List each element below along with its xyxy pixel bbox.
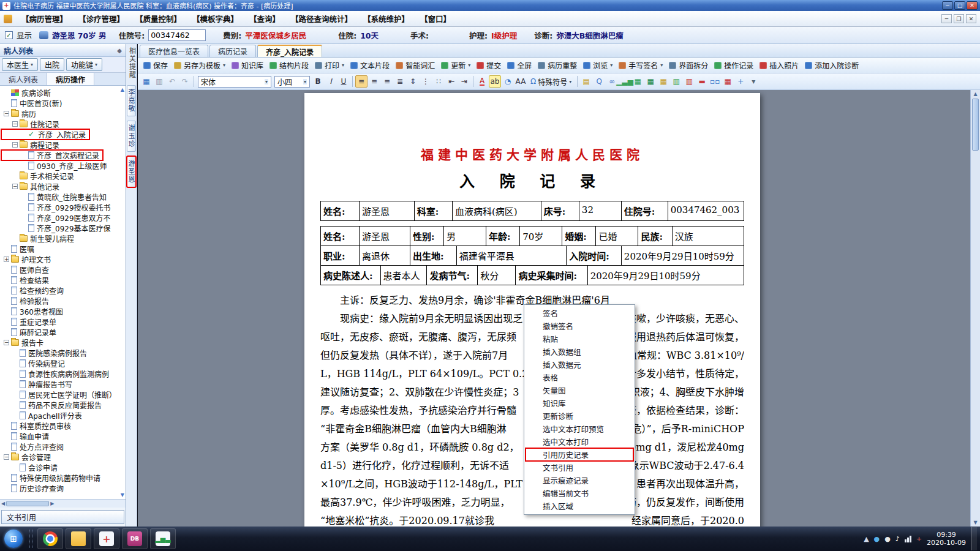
tree-item[interactable]: 特殊使用级抗菌药物申请 [1, 473, 104, 483]
context-menu-item-9[interactable]: 更新诊断 [526, 410, 633, 422]
outdent-button[interactable]: ⇤ [445, 75, 458, 88]
tree-item[interactable]: 处方点评查阅 [1, 441, 67, 452]
context-menu-item-10[interactable]: 选中文本打印预览 [526, 422, 633, 435]
move-icon[interactable]: + [734, 75, 747, 88]
toolbar-button-14[interactable]: 界面拆分 [666, 59, 711, 72]
tree-item[interactable]: 传染病登记 [1, 358, 69, 369]
search-icon[interactable]: Q [593, 75, 605, 88]
tree-item[interactable]: 检验报告 [1, 296, 53, 306]
tree-item[interactable]: ✓齐彦_入院记录 [1, 129, 89, 140]
mdi-restore-button[interactable]: ❐ [954, 14, 964, 23]
menu-item-5[interactable]: 【查询】 [244, 13, 285, 24]
more-icon[interactable]: ▾ [747, 75, 760, 88]
indent-button[interactable]: ⇥ [458, 75, 470, 88]
chevron-up-icon[interactable]: ▲ [864, 535, 869, 543]
align-right-button[interactable]: ≡ [381, 75, 393, 88]
sidebar-tab-1[interactable]: 病人列表 [0, 73, 47, 85]
tree-scroll-down-icon[interactable]: ▼ [121, 492, 124, 498]
tree-item[interactable]: 医院感染病例报告 [1, 348, 91, 358]
tree-item[interactable]: ApacheII评分表 [1, 410, 86, 421]
scroll-left-icon[interactable]: ◀ [1, 501, 5, 506]
tree-item[interactable]: −病历 [1, 108, 40, 119]
tree-item[interactable]: 输血申请 [1, 431, 53, 441]
tree-item[interactable]: 手术相关记录 [1, 171, 78, 181]
tree-item[interactable]: 齐彦_0929授权委托书 [1, 202, 115, 212]
context-menu-item-1[interactable]: 签名 [526, 307, 633, 320]
align-center-button[interactable]: ≡ [368, 75, 380, 88]
merge-cells-icon[interactable]: ▬ [696, 75, 708, 88]
tree-item[interactable]: +护理文书 [1, 254, 55, 264]
char-scale-button[interactable]: AA [514, 75, 527, 88]
context-menu-item-3[interactable]: 粘贴 [526, 332, 633, 345]
admission-no-input[interactable] [148, 29, 206, 41]
highlight-button[interactable]: ab [489, 75, 501, 88]
font-size-select[interactable]: 小四▾ [274, 76, 310, 88]
insert-col-left-icon[interactable]: ▥ [670, 75, 682, 88]
toolbar-button-2[interactable]: 另存为模板▾ [171, 59, 228, 72]
toolbar-button-15[interactable]: 操作记录 [711, 59, 756, 72]
numbered-list-button[interactable]: ⋮ [420, 75, 432, 88]
start-button[interactable]: ⊞ [2, 527, 25, 550]
tree-item[interactable]: 科室质控员审核 [1, 421, 75, 431]
toolbar-button-9[interactable]: 提交 [473, 59, 504, 72]
menu-item-1[interactable]: 【病历管理】 [16, 13, 73, 24]
tree-item[interactable]: 会诊申请 [1, 462, 61, 473]
tree-item[interactable]: 肿瘤报告书写 [1, 379, 76, 389]
toolbar-button-5[interactable]: 打印▾ [312, 59, 347, 72]
undo-icon[interactable]: ↶ [166, 75, 178, 88]
filter-button-2[interactable]: 出院 [40, 58, 64, 71]
reminder-patient-2[interactable]: 谢玉珍 [127, 121, 136, 152]
antivirus-icon[interactable]: ● [874, 535, 880, 543]
insert-row-above-icon[interactable]: ▦ [644, 75, 657, 88]
bullet-list-button[interactable]: ∷ [432, 75, 445, 88]
health-icon[interactable]: + [916, 535, 922, 543]
toolbar-button-11[interactable]: 病历重整 [535, 59, 580, 72]
toolbar-button-10[interactable]: 全屏 [504, 59, 535, 72]
tree-item[interactable]: 检查结果 [1, 275, 53, 285]
taskbar-app-emr[interactable]: + [94, 528, 119, 549]
filter-button-3[interactable]: 功能键▾ [66, 58, 102, 71]
print-icon[interactable]: ▥ [153, 75, 165, 88]
mdi-close-button[interactable]: ✕ [966, 14, 976, 23]
taskbar-app-database[interactable]: DB [122, 528, 148, 549]
tree-item[interactable]: 齐彦_首次病程记录 [1, 150, 103, 160]
font-family-select[interactable]: 宋体▾ [198, 76, 271, 88]
tree-item[interactable]: 居民死亡医学证明（推断） [1, 389, 120, 400]
insert-col-right-icon[interactable]: ▥ [683, 75, 695, 88]
toolbar-button-7[interactable]: 智能词汇 [393, 59, 438, 72]
bold-button[interactable]: B [312, 75, 324, 88]
tree-item[interactable]: −其他记录 [1, 181, 63, 192]
menu-item-2[interactable]: 【诊疗管理】 [73, 13, 130, 24]
context-menu-item-16[interactable]: 插入区域 [526, 500, 633, 512]
menu-item-8[interactable]: 【窗口】 [415, 13, 456, 24]
pin-icon[interactable]: ◆ [117, 47, 122, 54]
save-icon[interactable]: ▦ [140, 75, 153, 88]
network-icon[interactable] [905, 535, 911, 542]
toolbar-button-13[interactable]: 手写签名▾ [616, 59, 666, 72]
insert-row-below-icon[interactable]: ▦ [657, 75, 669, 88]
context-menu-item-12[interactable]: 引用历史记录 [526, 448, 633, 461]
scroll-down-icon[interactable]: ▼ [973, 520, 977, 525]
context-menu-item-7[interactable]: 矢量图 [526, 384, 633, 397]
menu-item-7[interactable]: 【系统维护】 [358, 13, 415, 24]
toolbar-button-16[interactable]: 插入照片 [756, 59, 802, 72]
tree-item[interactable]: 0930_齐彦_上级医师 [1, 160, 111, 171]
line-spacing-button[interactable]: ⇕ [407, 75, 419, 88]
insert-table-icon[interactable]: ▦ [631, 75, 644, 88]
toolbar-button-1[interactable]: 保存 [140, 59, 171, 72]
tree-item[interactable]: −报告卡 [1, 337, 47, 348]
context-menu-item-2[interactable]: 撤销签名 [526, 320, 633, 332]
tree-horizontal-scrollbar[interactable]: ◀ ▶ [0, 499, 126, 508]
tree-item[interactable]: 黄晓欣_住院患者告知 [1, 192, 110, 202]
doc-tab-2[interactable]: 病历记录 [209, 45, 256, 57]
tree-item[interactable]: 疾病诊断 [1, 88, 55, 98]
taskbar-app-report[interactable]: ▂▅▃ [150, 528, 176, 549]
split-cells-icon[interactable]: ▫▫ [709, 75, 721, 88]
reminder-patient-3[interactable]: 游圣恩 [127, 156, 136, 187]
window-close-button[interactable]: ✕ [967, 1, 978, 10]
toolbar-button-17[interactable]: 添加入院诊断 [802, 59, 862, 72]
tree-item[interactable]: −会诊管理 [1, 452, 55, 462]
template-icon[interactable]: ▤ [580, 75, 592, 88]
volume-icon[interactable]: ♪ [895, 535, 900, 543]
scroll-right-icon[interactable]: ▶ [50, 501, 54, 506]
